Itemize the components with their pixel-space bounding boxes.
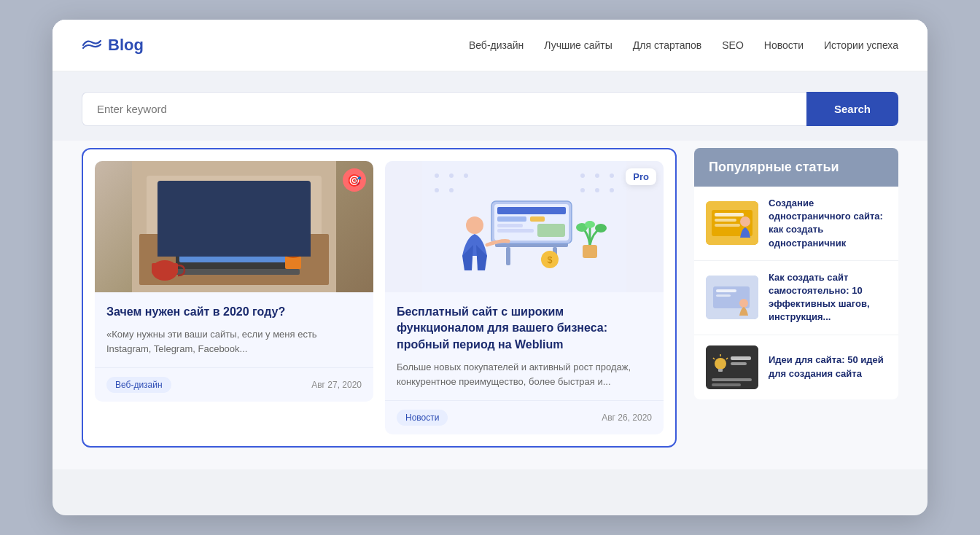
- svg-rect-5: [187, 208, 245, 213]
- svg-rect-47: [715, 213, 744, 216]
- card-1-laptop-img: [95, 161, 373, 292]
- svg-rect-54: [716, 294, 731, 297]
- main-layout: 🎯 Зачем нужен сайт в 2020 году? «Кому ну…: [52, 141, 928, 469]
- svg-point-57: [715, 358, 726, 370]
- svg-point-41: [595, 224, 607, 233]
- logo-text: Blog: [108, 36, 144, 55]
- svg-rect-64: [712, 378, 752, 381]
- card-1-footer: Веб-дизайн Авг 27, 2020: [95, 367, 373, 402]
- nav: Веб-дизайн Лучшие сайты Для стартапов SE…: [469, 39, 898, 51]
- svg-text:$: $: [548, 255, 553, 265]
- sidebar-list: Создание одностраничного сайта: как созд…: [694, 187, 898, 399]
- sidebar-thumb-1: [706, 201, 758, 245]
- logo[interactable]: Blog: [82, 36, 144, 55]
- nav-item-webdesign[interactable]: Веб-дизайн: [469, 39, 524, 51]
- svg-point-55: [739, 299, 748, 308]
- search-section: Search: [52, 71, 928, 141]
- svg-point-24: [580, 188, 585, 192]
- sidebar-thumb-1-img: [706, 201, 758, 245]
- nav-item-success[interactable]: Истории успеха: [824, 39, 898, 51]
- card-2-badge-pro: Pro: [626, 168, 656, 185]
- svg-rect-34: [530, 216, 545, 222]
- browser-window: Blog Веб-дизайн Лучшие сайты Для стартап…: [52, 20, 928, 515]
- sidebar-item-3-text: Идеи для сайта: 50 идей для создания сай…: [769, 354, 887, 380]
- page-content: Blog Веб-дизайн Лучшие сайты Для стартап…: [52, 20, 928, 469]
- sidebar-thumb-3-img: [706, 345, 758, 389]
- nav-item-news[interactable]: Новости: [764, 39, 804, 51]
- svg-rect-37: [537, 224, 565, 237]
- sidebar-thumb-2-img: [706, 276, 758, 319]
- svg-rect-48: [715, 219, 736, 222]
- card-2[interactable]: $ Pro Бесплатный сайт с широким функцион…: [385, 161, 664, 434]
- sidebar-item-2-text: Как создать сайт самостоятельно: 10 эффе…: [769, 271, 887, 324]
- card-1-image: 🎯: [95, 161, 373, 292]
- svg-point-21: [580, 173, 585, 178]
- svg-rect-39: [583, 245, 597, 258]
- svg-rect-35: [497, 224, 523, 227]
- svg-point-26: [610, 188, 614, 192]
- svg-point-18: [464, 173, 468, 178]
- illustration-svg: $: [385, 161, 664, 292]
- svg-rect-62: [731, 356, 751, 360]
- card-2-footer: Новости Авг 26, 2020: [385, 400, 664, 434]
- svg-point-23: [610, 173, 614, 178]
- sidebar-thumb-2: [706, 276, 758, 319]
- card-2-title: Бесплатный сайт с широким функционалом д…: [397, 304, 652, 353]
- card-1-title: Зачем нужен сайт в 2020 году?: [106, 304, 362, 320]
- logo-icon: [82, 38, 102, 52]
- sidebar: Популярные статьи: [694, 148, 898, 448]
- svg-rect-6: [187, 216, 230, 219]
- svg-rect-32: [497, 207, 566, 214]
- svg-rect-58: [718, 369, 723, 372]
- svg-rect-53: [716, 289, 736, 292]
- card-2-excerpt: Больше новых покупателей и активный рост…: [397, 360, 652, 388]
- sidebar-thumb-3: [706, 345, 758, 389]
- svg-point-16: [435, 173, 439, 178]
- svg-rect-10: [152, 263, 178, 273]
- sidebar-item-1-text: Создание одностраничного сайта: как созд…: [769, 197, 887, 250]
- svg-rect-56: [706, 345, 758, 389]
- svg-rect-33: [497, 216, 526, 222]
- card-2-date: Авг 26, 2020: [602, 413, 652, 423]
- svg-point-17: [449, 173, 454, 178]
- card-1-badge: 🎯: [343, 168, 366, 192]
- card-1-date: Авг 27, 2020: [311, 380, 362, 390]
- nav-item-startups[interactable]: Для стартапов: [633, 39, 702, 51]
- svg-rect-49: [715, 224, 740, 227]
- svg-rect-36: [497, 229, 534, 233]
- cards-section: 🎯 Зачем нужен сайт в 2020 году? «Кому ну…: [82, 148, 677, 448]
- search-input[interactable]: [82, 92, 806, 126]
- svg-point-42: [585, 221, 595, 228]
- card-2-image: $ Pro: [385, 161, 664, 292]
- svg-point-14: [278, 235, 288, 243]
- svg-point-19: [435, 188, 439, 192]
- card-1[interactable]: 🎯 Зачем нужен сайт в 2020 году? «Кому ну…: [95, 161, 373, 402]
- svg-point-12: [285, 251, 301, 258]
- svg-point-13: [298, 233, 309, 241]
- svg-rect-8: [168, 269, 300, 275]
- card-2-tag[interactable]: Новости: [397, 410, 448, 426]
- svg-rect-63: [731, 362, 747, 365]
- svg-point-50: [740, 216, 750, 227]
- search-button[interactable]: Search: [806, 92, 898, 126]
- sidebar-title: Популярные статьи: [694, 148, 898, 187]
- sidebar-item-3[interactable]: Идеи для сайта: 50 идей для создания сай…: [694, 335, 898, 399]
- svg-rect-65: [712, 383, 741, 386]
- laptop-svg: [95, 161, 373, 292]
- card-1-tag[interactable]: Веб-дизайн: [106, 377, 171, 393]
- svg-rect-11: [285, 254, 301, 269]
- card-1-excerpt: «Кому нужны эти ваши сайты, если у меня …: [106, 327, 362, 356]
- svg-point-38: [466, 216, 483, 234]
- svg-point-22: [595, 173, 599, 178]
- card-1-body: Зачем нужен сайт в 2020 году? «Кому нужн…: [95, 292, 373, 367]
- header: Blog Веб-дизайн Лучшие сайты Для стартап…: [52, 20, 928, 71]
- sidebar-item-1[interactable]: Создание одностраничного сайта: как созд…: [694, 187, 898, 261]
- svg-rect-7: [187, 223, 238, 226]
- nav-item-bestsites[interactable]: Лучшие сайты: [544, 39, 612, 51]
- svg-point-25: [595, 188, 599, 192]
- svg-rect-4: [179, 200, 289, 262]
- svg-rect-28: [506, 247, 510, 265]
- sidebar-item-2[interactable]: Как создать сайт самостоятельно: 10 эффе…: [694, 261, 898, 335]
- nav-item-seo[interactable]: SEO: [722, 39, 744, 51]
- svg-point-20: [449, 188, 454, 192]
